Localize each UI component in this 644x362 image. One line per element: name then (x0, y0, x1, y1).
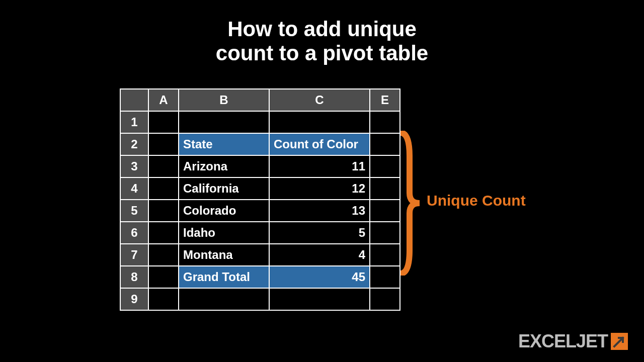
col-header-row: A B C E (120, 89, 400, 111)
logo-part2: JET (576, 331, 608, 351)
brand-logo: EXCELJET (518, 331, 628, 352)
cell-A7 (148, 244, 179, 266)
row-header-6: 6 (120, 222, 148, 244)
row-header-7: 7 (120, 244, 148, 266)
corner-cell (120, 89, 148, 111)
col-header-A: A (148, 89, 179, 111)
col-header-B: B (179, 89, 269, 111)
logo-part1: EXCEL (518, 331, 576, 351)
title-line-2: count to a pivot table (216, 41, 428, 65)
cell-A1 (148, 111, 179, 133)
row-7: 7 Montana 4 (120, 244, 400, 266)
cell-C1 (269, 111, 370, 133)
cell-E8 (370, 266, 400, 288)
arrow-box-icon (611, 333, 628, 350)
pivot-count-3: 5 (269, 222, 370, 244)
cell-A2 (148, 133, 179, 155)
logo-text: EXCELJET (518, 331, 608, 352)
pivot-count-4: 4 (269, 244, 370, 266)
col-header-C: C (269, 89, 370, 111)
cell-E7 (370, 244, 400, 266)
cell-B1 (179, 111, 269, 133)
row-header-8: 8 (120, 266, 148, 288)
cell-E2 (370, 133, 400, 155)
pivot-count-0: 11 (269, 155, 370, 177)
cell-A5 (148, 200, 179, 222)
cell-E9 (370, 288, 400, 310)
cell-E3 (370, 155, 400, 177)
cell-E4 (370, 177, 400, 200)
cell-A3 (148, 155, 179, 177)
pivot-total-label: Grand Total (179, 266, 269, 288)
row-9: 9 (120, 288, 400, 310)
page-title: How to add unique count to a pivot table (0, 0, 644, 66)
row-2: 2 State Count of Color (120, 133, 400, 155)
row-header-4: 4 (120, 177, 148, 200)
row-header-1: 1 (120, 111, 148, 133)
pivot-count-1: 12 (269, 177, 370, 200)
cell-B9 (179, 288, 269, 310)
pivot-total-value: 45 (269, 266, 370, 288)
cell-A9 (148, 288, 179, 310)
pivot-state-4: Montana (179, 244, 269, 266)
pivot-header-count: Count of Color (269, 133, 370, 155)
row-header-9: 9 (120, 288, 148, 310)
col-header-E: E (370, 89, 400, 111)
row-header-3: 3 (120, 155, 148, 177)
pivot-state-0: Arizona (179, 155, 269, 177)
cell-E5 (370, 200, 400, 222)
cell-E1 (370, 111, 400, 133)
row-8: 8 Grand Total 45 (120, 266, 400, 288)
pivot-state-2: Colorado (179, 200, 269, 222)
pivot-header-state: State (179, 133, 269, 155)
cell-C9 (269, 288, 370, 310)
row-3: 3 Arizona 11 (120, 155, 400, 177)
row-6: 6 Idaho 5 (120, 222, 400, 244)
cell-A4 (148, 177, 179, 200)
row-header-5: 5 (120, 200, 148, 222)
row-4: 4 California 12 (120, 177, 400, 200)
title-line-1: How to add unique (227, 17, 417, 41)
cell-A6 (148, 222, 179, 244)
pivot-state-1: California (179, 177, 269, 200)
pivot-count-2: 13 (269, 200, 370, 222)
cell-E6 (370, 222, 400, 244)
row-5: 5 Colorado 13 (120, 200, 400, 222)
row-1: 1 (120, 111, 400, 133)
brace-icon (400, 131, 421, 276)
callout-label: Unique Count (427, 192, 526, 209)
cell-A8 (148, 266, 179, 288)
row-header-2: 2 (120, 133, 148, 155)
spreadsheet-grid: A B C E 1 2 State Count of Color 3 Arizo… (120, 88, 400, 311)
pivot-state-3: Idaho (179, 222, 269, 244)
